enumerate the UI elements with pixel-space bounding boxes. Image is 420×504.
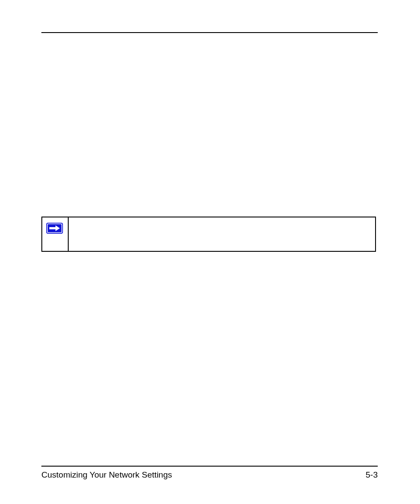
svg-rect-2 [49, 227, 55, 229]
note-callout-box [41, 217, 376, 252]
note-icon-cell [42, 217, 69, 251]
arrow-right-icon [46, 223, 63, 234]
bottom-horizontal-rule [41, 466, 378, 467]
top-horizontal-rule [41, 32, 378, 33]
footer-page-number: 5-3 [366, 470, 378, 480]
footer-section-title: Customizing Your Network Settings [41, 470, 172, 480]
